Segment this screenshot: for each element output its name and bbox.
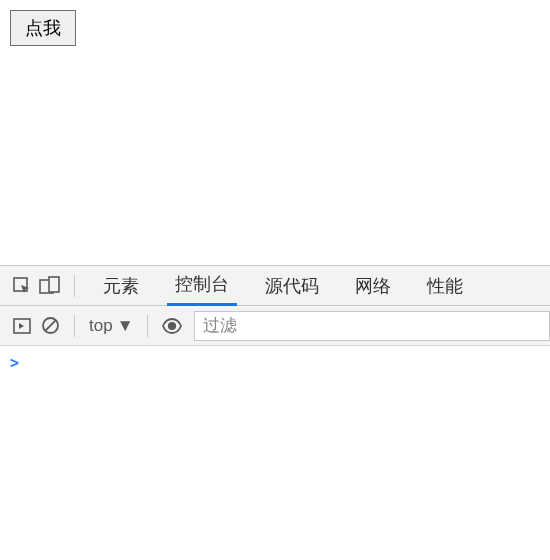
divider <box>147 315 148 337</box>
svg-line-5 <box>45 320 56 331</box>
chevron-down-icon: ▼ <box>117 316 134 336</box>
devtools-panel: 元素 控制台 源代码 网络 性能 top ▼ <box>0 265 550 560</box>
divider <box>74 315 75 337</box>
console-output[interactable]: > <box>0 346 550 560</box>
svg-rect-2 <box>49 277 59 292</box>
inspect-element-icon[interactable] <box>8 272 36 300</box>
devtools-tab-bar: 元素 控制台 源代码 网络 性能 <box>0 266 550 306</box>
console-toolbar: top ▼ <box>0 306 550 346</box>
context-selector[interactable]: top ▼ <box>85 316 137 336</box>
context-label: top <box>89 316 113 336</box>
tab-network[interactable]: 网络 <box>347 266 399 306</box>
tab-elements[interactable]: 元素 <box>95 266 147 306</box>
tab-performance[interactable]: 性能 <box>419 266 471 306</box>
filter-input[interactable] <box>194 311 550 341</box>
device-toolbar-icon[interactable] <box>36 272 64 300</box>
console-prompt: > <box>10 354 19 372</box>
eye-icon[interactable] <box>158 312 186 340</box>
toggle-sidebar-icon[interactable] <box>8 312 36 340</box>
page-viewport: 点我 <box>0 0 550 265</box>
divider <box>74 275 75 297</box>
svg-point-6 <box>169 322 175 328</box>
clear-console-icon[interactable] <box>36 312 64 340</box>
click-me-button[interactable]: 点我 <box>10 10 76 46</box>
tab-console[interactable]: 控制台 <box>167 266 237 306</box>
tab-sources[interactable]: 源代码 <box>257 266 327 306</box>
